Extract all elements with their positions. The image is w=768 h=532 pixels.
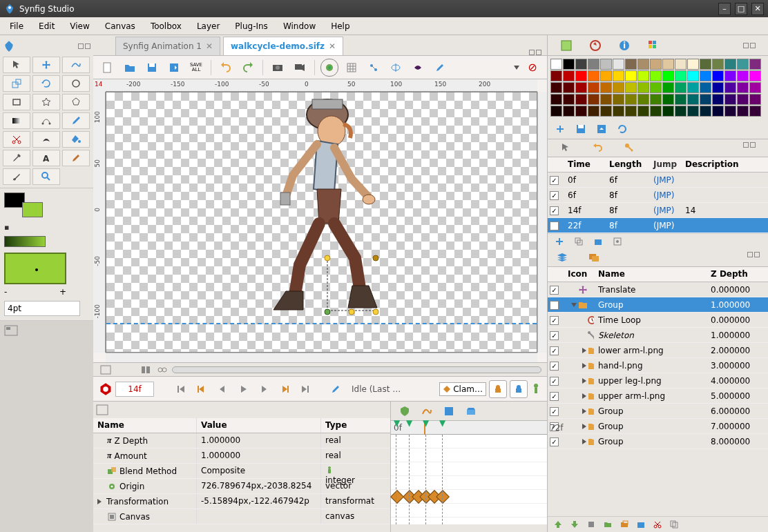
current-color-swatch[interactable] — [4, 253, 66, 284]
show-grid-icon[interactable] — [343, 59, 361, 77]
render-icon[interactable] — [269, 59, 287, 77]
panel-dock-icon[interactable] — [529, 50, 535, 55]
tab-document-1[interactable]: Synfig Animation 1✕ — [115, 37, 220, 55]
clamp-button[interactable]: Clam… — [439, 382, 486, 396]
canvas-area[interactable]: 14 -200-150-100-50050100150200 100500-50… — [93, 79, 547, 362]
palette-color[interactable] — [550, 106, 562, 117]
layer-visible-checkbox[interactable]: ✓ — [550, 286, 559, 295]
palette-color[interactable] — [724, 94, 736, 105]
palette-color[interactable] — [687, 70, 699, 81]
dropdown-icon[interactable] — [514, 66, 519, 70]
new-file-icon[interactable] — [99, 59, 117, 77]
palette-color[interactable] — [563, 59, 575, 70]
keyframe-row[interactable]: ✓0f6f(JMP) — [548, 173, 768, 188]
zoom-tool[interactable] — [32, 168, 60, 185]
library-icon[interactable] — [465, 406, 477, 417]
panel-dock-icon[interactable] — [78, 43, 84, 49]
palette-color[interactable] — [650, 94, 662, 105]
kf-active-checkbox[interactable]: ✓ — [550, 176, 559, 185]
prev-keyframe-icon[interactable] — [193, 380, 211, 398]
palette-color[interactable] — [687, 106, 699, 117]
navigator-tab-icon[interactable] — [589, 39, 602, 52]
palette-color[interactable] — [700, 94, 711, 105]
layer-visible-checkbox[interactable]: ✓ — [550, 392, 559, 401]
star-tool[interactable] — [32, 94, 60, 110]
gradient-tool[interactable] — [3, 112, 30, 129]
spline-tool[interactable] — [32, 112, 60, 129]
kf-header-time[interactable]: Time — [566, 157, 607, 172]
palette-color[interactable] — [575, 94, 587, 105]
panel-dock-icon[interactable] — [754, 252, 760, 257]
palette-color[interactable] — [625, 94, 637, 105]
polygon-tool[interactable] — [62, 94, 90, 110]
palette-save-icon[interactable] — [575, 124, 586, 135]
keyframe-marker-icon[interactable]: ▼ — [394, 418, 400, 428]
snap-guides-icon[interactable] — [409, 59, 427, 77]
minimize-button[interactable]: – — [718, 3, 731, 15]
layer-visible-checkbox[interactable]: ✓ — [550, 346, 559, 355]
close-canvas-icon[interactable]: ⊘ — [524, 59, 541, 77]
layer-row[interactable]: ✓Group1.000000 — [548, 297, 768, 313]
animate-mode-icon[interactable] — [99, 382, 113, 396]
pointer-tool[interactable] — [3, 57, 30, 73]
palette-color[interactable] — [675, 82, 687, 93]
zoom-fit-icon[interactable] — [99, 364, 113, 375]
brush-mode-icon[interactable] — [327, 380, 345, 398]
layer-row[interactable]: ✓hand-l.png3.000000 — [548, 358, 768, 373]
panel-icon[interactable] — [4, 325, 18, 336]
palette-color[interactable] — [687, 94, 699, 105]
panel-dock-icon[interactable] — [85, 43, 90, 49]
kf-add-icon[interactable] — [555, 237, 564, 246]
palette-color[interactable] — [700, 59, 711, 70]
palette-color[interactable] — [737, 82, 749, 93]
layer-encap-icon[interactable] — [636, 520, 646, 529]
kf-props-icon[interactable] — [613, 237, 622, 246]
palette-color[interactable] — [637, 94, 649, 105]
keyframe-marker-icon[interactable]: ▼ — [423, 418, 429, 428]
canvas-scrollbar-h[interactable] — [106, 353, 537, 362]
timeline-ruler[interactable]: 0f 72f ▼ ▼ ▼ ▼ — [391, 421, 547, 435]
guide-line[interactable] — [106, 323, 537, 324]
palette-color[interactable] — [575, 59, 587, 70]
palette-color[interactable] — [550, 70, 562, 81]
palette-color[interactable] — [650, 70, 662, 81]
layer-visible-checkbox[interactable]: ✓ — [550, 377, 559, 386]
palette-color[interactable] — [700, 70, 711, 81]
sets-tab-icon[interactable] — [588, 252, 600, 263]
palette-color[interactable] — [588, 106, 599, 117]
open-file-icon[interactable] — [121, 59, 139, 77]
color-swatches[interactable] — [4, 193, 46, 220]
keyframe-lock2-icon[interactable] — [510, 380, 528, 398]
menu-canvas[interactable]: Canvas — [98, 19, 142, 34]
kf-active-checkbox[interactable]: ✓ — [550, 221, 559, 230]
character-artwork[interactable] — [265, 92, 390, 320]
rotate-tool[interactable] — [32, 75, 60, 92]
palette-color[interactable] — [712, 106, 724, 117]
tab-document-2[interactable]: walkcycle-demo.sifz✕ — [223, 37, 343, 55]
expand-icon[interactable] — [582, 378, 586, 384]
width-tool[interactable] — [32, 131, 60, 148]
palette-color[interactable] — [550, 59, 562, 70]
palette-color[interactable] — [563, 106, 575, 117]
palette-color[interactable] — [724, 106, 736, 117]
animate-toggle-icon[interactable] — [530, 382, 541, 396]
palette-color[interactable] — [749, 82, 761, 93]
preview-icon[interactable] — [291, 59, 309, 77]
palette-color[interactable] — [675, 59, 687, 70]
cut-tool[interactable] — [3, 131, 30, 148]
palette-color[interactable] — [700, 82, 711, 93]
param-row[interactable]: Canvascanvas — [93, 509, 390, 524]
prev-frame-icon[interactable] — [213, 380, 231, 398]
layer-visible-checkbox[interactable]: ✓ — [550, 407, 559, 416]
params-panel-icon[interactable] — [96, 404, 108, 415]
params-header-value[interactable]: Value — [197, 418, 321, 433]
zoom-100-icon[interactable] — [139, 364, 153, 375]
panel-dock-icon[interactable] — [743, 142, 749, 148]
palette-color[interactable] — [650, 59, 662, 70]
info-tab-icon[interactable]: i — [618, 39, 631, 52]
snap-grid-icon[interactable] — [365, 59, 383, 77]
kf-duplicate-icon[interactable] — [574, 237, 584, 246]
keyframe-pointer-icon[interactable] — [560, 142, 571, 153]
panel-dock-icon[interactable] — [743, 43, 749, 48]
palette-color[interactable] — [650, 106, 662, 117]
